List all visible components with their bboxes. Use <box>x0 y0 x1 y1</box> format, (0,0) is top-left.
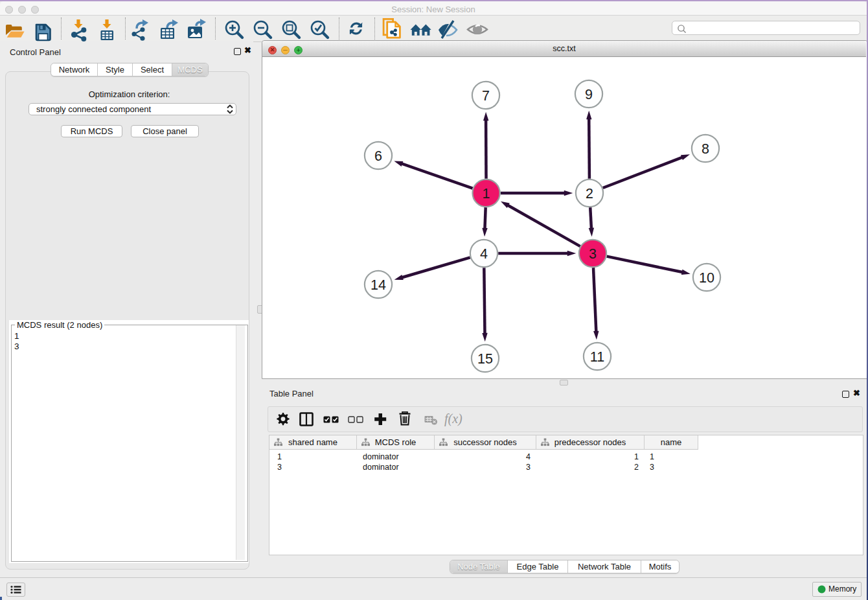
svg-text:3: 3 <box>589 246 597 262</box>
svg-text:8: 8 <box>702 141 709 157</box>
svg-text:15: 15 <box>477 351 493 367</box>
svg-text:4: 4 <box>480 246 488 262</box>
svg-text:11: 11 <box>590 349 604 365</box>
svg-text:6: 6 <box>374 148 382 164</box>
svg-text:9: 9 <box>585 87 593 102</box>
svg-text:14: 14 <box>371 277 386 293</box>
svg-text:10: 10 <box>699 270 714 286</box>
svg-text:7: 7 <box>482 88 490 104</box>
svg-text:1: 1 <box>483 186 490 202</box>
svg-text:2: 2 <box>586 186 593 202</box>
